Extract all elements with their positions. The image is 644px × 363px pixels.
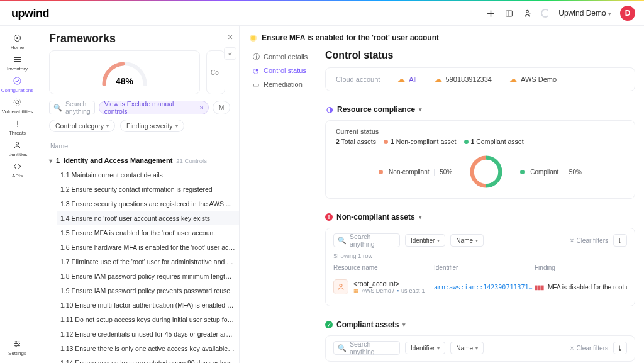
activity-icon[interactable] (523, 9, 532, 18)
resource-compliance-header[interactable]: ◑ Resource compliance ▾ (325, 105, 635, 114)
remediation-icon: ▭ (252, 81, 260, 88)
dot-orange-icon (379, 170, 383, 174)
export-button[interactable]: ⭳ (613, 234, 627, 247)
name-dropdown[interactable]: Name▾ (450, 234, 484, 247)
score-gauge-card[interactable]: 48% (49, 50, 200, 94)
control-list-item[interactable]: 1.2 Ensure security contact information … (57, 182, 239, 196)
control-list-item[interactable]: 1.8 Ensure IAM password policy requires … (57, 269, 239, 283)
control-detail-panel: Ensure MFA is enabled for the 'root' use… (240, 26, 644, 363)
control-title: Ensure MFA is enabled for the 'root' use… (262, 33, 439, 42)
control-list-item[interactable]: 1.7 Eliminate use of the 'root' user for… (57, 254, 239, 269)
control-list-item[interactable]: 1.11 Do not setup access keys during ini… (57, 312, 239, 327)
control-list-item[interactable]: 1.9 Ensure IAM password policy prevents … (57, 283, 239, 298)
resource-sub: AWS Demo / (362, 288, 394, 294)
noncompliant-assets-card: 🔍 Search anything Identifier▾ Name▾ × Cl… (325, 228, 635, 306)
tab-nav: ⓘ Control details ◔ Control status ▭ Rem… (250, 48, 319, 363)
sidebar-item-configurations[interactable]: Configurations (1, 74, 34, 95)
dot-green-icon (464, 140, 469, 144)
more-filters-chip[interactable]: M (213, 101, 230, 114)
name-dropdown[interactable]: Name▾ (450, 342, 484, 354)
group-name: Identity and Access Management (64, 157, 172, 164)
logo[interactable]: upwind (11, 7, 49, 20)
clear-filters-button[interactable]: × Clear filters (570, 345, 608, 352)
finding-severity-dropdown[interactable]: Finding severity▾ (120, 120, 184, 132)
add-icon[interactable] (486, 9, 496, 18)
identifier-dropdown-label: Identifier (411, 237, 435, 244)
control-list-item[interactable]: 1.4 Ensure no 'root' user account access… (57, 211, 239, 225)
resource-compliance-title: Resource compliance (337, 105, 415, 114)
control-list-item[interactable]: 1.5 Ensure MFA is enabled for the 'root'… (57, 225, 239, 240)
tab-remediation[interactable]: ▭ Remediation (250, 77, 319, 91)
cloud-opt-label: All (409, 75, 416, 83)
cloud-account-option-name[interactable]: ☁AWS Demo (509, 75, 557, 84)
remove-filter-icon[interactable]: × (199, 104, 203, 111)
search-icon: 🔍 (338, 237, 347, 245)
chevron-down-icon: ▾ (437, 345, 440, 351)
tab-control-status[interactable]: ◔ Control status (250, 64, 319, 77)
svg-point-9 (16, 142, 18, 145)
identifier-dropdown[interactable]: Identifier▾ (405, 342, 445, 354)
avatar[interactable]: D (620, 6, 635, 21)
sidebar-item-label: Configurations (1, 87, 34, 93)
sidebar-item-identities[interactable]: Identities (1, 138, 34, 159)
compliant-assets-header[interactable]: ✓ Compliant assets ▾ (325, 320, 635, 329)
chevron-down-icon: ▾ (175, 123, 178, 129)
group-num: 1 (56, 157, 60, 164)
search-input[interactable]: 🔍 Search anything (49, 101, 95, 114)
current-status-label: Current status (336, 128, 625, 135)
column-header-name: Name (50, 142, 239, 150)
compliance-card: Current status 2 Total assets 1 Non-comp… (325, 120, 635, 199)
home-icon (12, 33, 23, 43)
dot-orange-icon (384, 140, 388, 144)
asset-search-input[interactable]: 🔍 Search anything (333, 341, 400, 355)
clear-filters-button[interactable]: × Clear filters (570, 237, 608, 244)
cloud-account-option-all[interactable]: ☁All (397, 75, 416, 84)
sidebar-item-label: APIs (12, 173, 23, 179)
control-list-item[interactable]: 1.1 Maintain current contact details (57, 167, 239, 182)
tab-control-details[interactable]: ⓘ Control details (250, 50, 319, 64)
sidebar: Home Inventory Configurations Vulnerabil… (0, 26, 35, 363)
svg-point-8 (17, 125, 18, 126)
sidebar-item-settings[interactable]: Settings (1, 337, 34, 358)
collapse-panel-button[interactable]: « (224, 47, 236, 60)
control-category-dropdown[interactable]: Control category▾ (49, 120, 115, 132)
panel-icon[interactable] (504, 9, 514, 18)
identifier-dropdown[interactable]: Identifier▾ (405, 234, 445, 247)
next-card-peek[interactable]: Co (206, 50, 225, 94)
noncompliant-assets-header[interactable]: ! Non-compliant assets ▾ (325, 213, 635, 221)
control-list-item[interactable]: 1.10 Ensure multi-factor authentication … (57, 298, 239, 312)
resource-arn: arn:aws:iam::142390711371:root (434, 284, 535, 291)
resource-user-icon (333, 279, 348, 294)
svg-point-5 (14, 77, 21, 84)
sidebar-item-apis[interactable]: APIs (1, 159, 34, 181)
table-row[interactable]: <root_account> ▦ AWS Demo / ▪ us-east-1 … (333, 274, 627, 299)
close-panel-button[interactable]: × (224, 31, 236, 43)
view-filter-chip[interactable]: View is Exclude manual controls × (99, 101, 209, 114)
asset-search-placeholder: Search anything (350, 340, 396, 355)
chevron-down-icon: ▾ (475, 238, 478, 243)
org-label: Upwind Demo (558, 9, 606, 18)
frameworks-panel: × « Frameworks 48% Co 🔍 Search anything (35, 26, 240, 363)
noncompliant-count: 1 (391, 138, 394, 145)
sidebar-item-inventory[interactable]: Inventory (1, 52, 34, 74)
sidebar-item-home[interactable]: Home (1, 31, 34, 52)
sidebar-item-label: Vulnerabilities (2, 109, 33, 114)
export-button[interactable]: ⭳ (613, 342, 627, 354)
control-list-item[interactable]: 1.14 Ensure access keys are rotated ever… (57, 355, 239, 363)
sidebar-item-vulnerabilities[interactable]: Vulnerabilities (1, 95, 34, 116)
group-count: 21 Controls (176, 157, 207, 164)
noncompliant-label: Non-compliant asset (396, 138, 457, 145)
svg-point-15 (340, 284, 342, 287)
org-switcher[interactable]: Upwind Demo ▾ (558, 9, 611, 18)
tab-label: Control status (264, 67, 306, 74)
compliant-count: 1 (471, 138, 475, 145)
control-group-row[interactable]: ▾ 1 Identity and Access Management 21 Co… (49, 154, 239, 167)
cloud-account-option-id[interactable]: ☁590183912334 (435, 75, 492, 84)
sidebar-item-threats[interactable]: Threats (1, 116, 34, 138)
inventory-icon (12, 54, 23, 65)
control-list-item[interactable]: 1.6 Ensure hardware MFA is enabled for t… (57, 240, 239, 254)
control-list-item[interactable]: 1.3 Ensure security questions are regist… (57, 196, 239, 211)
control-list-item[interactable]: 1.13 Ensure there is only one active acc… (57, 341, 239, 355)
control-list-item[interactable]: 1.12 Ensure credentials unused for 45 da… (57, 327, 239, 341)
asset-search-input[interactable]: 🔍 Search anything (333, 233, 400, 247)
